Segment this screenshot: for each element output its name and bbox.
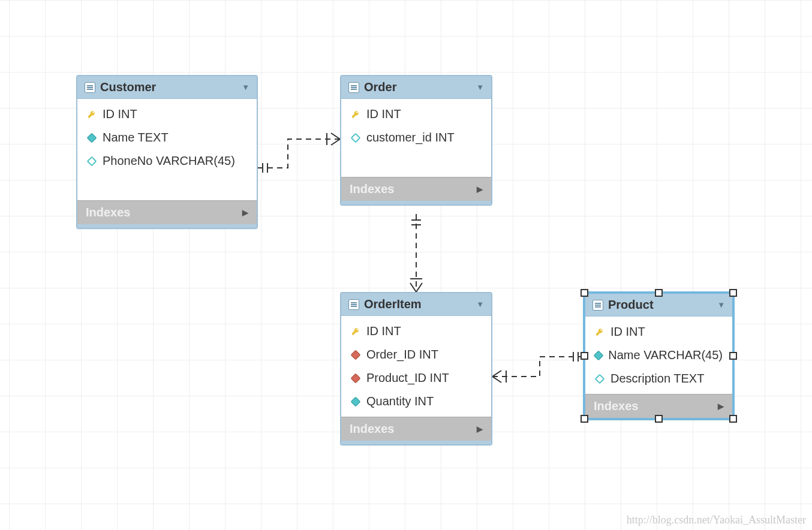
indexes-label: Indexes — [350, 422, 394, 436]
attribute-icon — [87, 134, 97, 141]
rel-customer-order — [258, 133, 340, 173]
chevron-right-icon: ▶ — [477, 424, 483, 433]
entity-body: ID INT Order_ID INT Product_ID INT Quant… — [341, 316, 491, 417]
entity-footer — [341, 441, 491, 444]
chevron-down-icon[interactable]: ▼ — [242, 83, 249, 92]
entity-product[interactable]: Product ▼ ID INT Name VARCHAR(45) Descri… — [583, 291, 735, 420]
indexes-label: Indexes — [86, 206, 130, 219]
entity-body: ID INT Name TEXT PhoneNo VARCHAR(45) — [77, 99, 257, 200]
watermark-text: http://blog.csdn.net/Yaokai_AssultMaster — [627, 514, 806, 526]
entity-footer — [77, 224, 257, 228]
entity-header[interactable]: Order ▼ — [341, 76, 491, 99]
resize-handle-s[interactable] — [655, 415, 663, 423]
column[interactable]: Quantity INT — [341, 390, 491, 413]
resize-handle-n[interactable] — [655, 289, 663, 297]
indexes-label: Indexes — [350, 182, 394, 196]
chevron-right-icon: ▶ — [242, 208, 248, 217]
chevron-down-icon[interactable]: ▼ — [476, 300, 484, 309]
resize-handle-sw[interactable] — [581, 415, 588, 423]
foreign-key-icon — [351, 351, 360, 359]
column-label: Name TEXT — [103, 131, 169, 144]
entity-customer[interactable]: Customer ▼ ID INT Name TEXT PhoneNo VARC… — [76, 75, 258, 229]
column-label: Name VARCHAR(45) — [608, 348, 723, 362]
table-icon — [593, 300, 603, 311]
column[interactable]: Name VARCHAR(45) — [585, 344, 732, 367]
chevron-right-icon: ▶ — [718, 402, 724, 411]
entity-header[interactable]: Product ▼ — [585, 294, 732, 317]
column[interactable]: ID INT — [341, 320, 491, 343]
foreign-key-icon — [351, 375, 360, 382]
table-icon — [348, 82, 359, 93]
column[interactable]: customer_id INT — [341, 126, 491, 149]
entity-body: ID INT customer_id INT — [341, 99, 491, 177]
chevron-right-icon: ▶ — [477, 185, 483, 194]
indexes-section[interactable]: Indexes ▶ — [341, 417, 491, 441]
attribute-icon — [87, 158, 97, 165]
primary-key-icon — [87, 110, 97, 119]
resize-handle-nw[interactable] — [581, 289, 588, 297]
attribute-icon — [351, 134, 360, 141]
er-diagram-canvas[interactable]: Customer ▼ ID INT Name TEXT PhoneNo VARC… — [0, 0, 812, 530]
primary-key-icon — [351, 110, 360, 119]
column[interactable]: ID INT — [341, 103, 491, 126]
column[interactable]: Order_ID INT — [341, 343, 491, 366]
column-label: Product_ID INT — [366, 371, 449, 385]
entity-title: Product — [608, 298, 712, 312]
attribute-icon — [595, 352, 602, 359]
attribute-icon — [595, 375, 605, 383]
column[interactable]: Description TEXT — [585, 367, 732, 390]
column-label: ID INT — [366, 324, 401, 338]
column-label: customer_id INT — [366, 131, 455, 144]
resize-handle-se[interactable] — [729, 415, 737, 423]
column-label: Order_ID INT — [366, 348, 438, 362]
column-label: Description TEXT — [610, 372, 704, 386]
table-icon — [348, 299, 359, 310]
entity-footer — [341, 201, 491, 204]
resize-handle-e[interactable] — [729, 352, 737, 360]
entity-header[interactable]: OrderItem ▼ — [341, 293, 491, 316]
resize-handle-ne[interactable] — [729, 289, 737, 297]
entity-body: ID INT Name VARCHAR(45) Description TEXT — [585, 317, 732, 394]
resize-handle-w[interactable] — [581, 352, 588, 360]
chevron-down-icon[interactable]: ▼ — [476, 83, 484, 92]
table-icon — [85, 82, 95, 93]
column[interactable]: PhoneNo VARCHAR(45) — [77, 149, 257, 173]
entity-title: OrderItem — [364, 297, 471, 311]
column-label: ID INT — [103, 107, 137, 121]
entity-title: Order — [364, 80, 471, 94]
column[interactable]: Product_ID INT — [341, 366, 491, 390]
rel-orderitem-product — [492, 352, 583, 383]
column-label: ID INT — [610, 325, 645, 339]
column[interactable]: ID INT — [585, 320, 732, 344]
column-label: ID INT — [366, 107, 401, 121]
entity-header[interactable]: Customer ▼ — [77, 76, 257, 99]
entity-order[interactable]: Order ▼ ID INT customer_id INT Indexes ▶ — [340, 75, 492, 206]
rel-order-orderitem — [410, 214, 422, 292]
indexes-label: Indexes — [594, 399, 638, 413]
column-label: PhoneNo VARCHAR(45) — [103, 154, 235, 168]
chevron-down-icon[interactable]: ▼ — [717, 300, 725, 309]
attribute-icon — [351, 398, 360, 405]
entity-title: Customer — [100, 80, 237, 94]
entity-orderitem[interactable]: OrderItem ▼ ID INT Order_ID INT Product_… — [340, 292, 492, 445]
indexes-section[interactable]: Indexes ▶ — [341, 177, 491, 201]
column[interactable]: Name TEXT — [77, 126, 257, 149]
column[interactable]: ID INT — [77, 103, 257, 126]
indexes-section[interactable]: Indexes ▶ — [585, 394, 732, 418]
indexes-section[interactable]: Indexes ▶ — [77, 200, 257, 224]
primary-key-icon — [595, 328, 605, 336]
primary-key-icon — [351, 327, 360, 336]
column-label: Quantity INT — [366, 395, 434, 408]
